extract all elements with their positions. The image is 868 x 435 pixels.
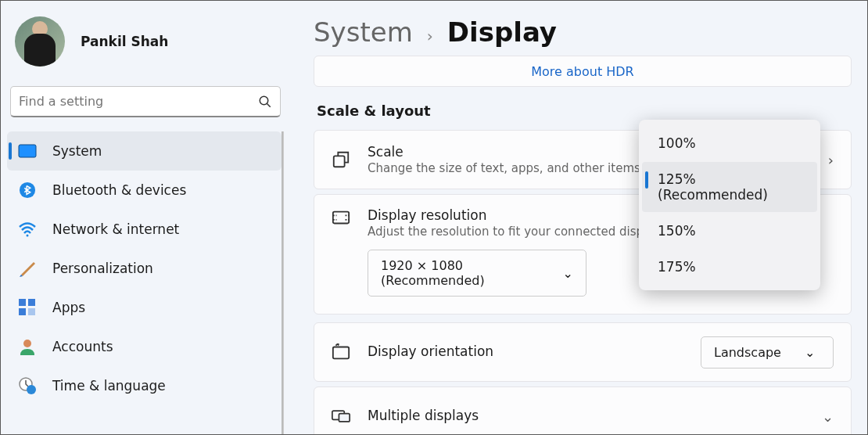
search-input[interactable]	[10, 86, 281, 117]
svg-rect-2	[19, 145, 36, 157]
scale-dropdown: 100% 125% (Recommended) 150% 175%	[639, 120, 820, 290]
person-icon	[18, 337, 37, 356]
user-block[interactable]: Pankil Shah	[7, 13, 284, 86]
nav-label: Personalization	[52, 261, 153, 276]
sidebar-item-apps[interactable]: Apps	[7, 288, 282, 327]
svg-rect-8	[28, 308, 35, 315]
orientation-select[interactable]: Landscape ⌄	[701, 336, 834, 368]
breadcrumb-parent[interactable]: System	[314, 16, 413, 48]
brush-icon	[18, 259, 37, 278]
sidebar: Pankil Shah System Bluetooth & de	[1, 1, 290, 434]
setting-multiple-displays[interactable]: Multiple displays ⌄	[314, 386, 852, 435]
nav-label: Accounts	[52, 339, 113, 354]
user-name: Pankil Shah	[81, 34, 168, 49]
chevron-down-icon: ⌄	[805, 345, 815, 360]
svg-point-4	[27, 235, 29, 237]
hdr-card[interactable]: More about HDR	[314, 56, 852, 87]
setting-title: Display orientation	[368, 343, 683, 359]
svg-point-9	[23, 340, 31, 347]
setting-title: Multiple displays	[368, 408, 805, 423]
dropdown-option[interactable]: 175%	[642, 250, 817, 284]
svg-rect-16	[339, 414, 350, 422]
main-content: System › Display More about HDR Scale & …	[290, 1, 867, 434]
orientation-icon	[332, 343, 350, 361]
nav-label: Time & language	[52, 378, 166, 394]
chevron-right-icon[interactable]: ›	[828, 152, 834, 168]
sidebar-item-time-language[interactable]: Time & language	[7, 366, 282, 405]
search-icon	[258, 95, 272, 109]
resolution-icon	[332, 207, 350, 226]
avatar	[15, 16, 65, 67]
chevron-down-icon[interactable]: ⌄	[822, 408, 834, 425]
sidebar-item-accounts[interactable]: Accounts	[7, 327, 282, 366]
svg-line-1	[267, 103, 271, 107]
apps-icon	[18, 298, 37, 317]
system-icon	[18, 142, 37, 160]
dropdown-option[interactable]: 100%	[642, 126, 817, 160]
scale-icon	[332, 150, 350, 169]
nav-label: Bluetooth & devices	[52, 182, 186, 198]
nav-label: System	[52, 143, 102, 159]
breadcrumb: System › Display	[314, 16, 852, 48]
bluetooth-icon	[18, 181, 37, 200]
clock-globe-icon	[18, 376, 37, 395]
search-field[interactable]	[19, 94, 258, 109]
wifi-icon	[18, 220, 37, 239]
hdr-link[interactable]: More about HDR	[531, 64, 633, 79]
svg-rect-5	[19, 299, 26, 306]
setting-orientation: Display orientation Landscape ⌄	[314, 322, 852, 382]
sidebar-item-personalization[interactable]: Personalization	[7, 249, 282, 288]
select-value: Landscape	[714, 345, 781, 360]
sidebar-item-bluetooth[interactable]: Bluetooth & devices	[7, 171, 282, 210]
section-title: Scale & layout	[317, 102, 852, 119]
svg-rect-14	[333, 347, 349, 359]
nav-label: Network & internet	[52, 221, 179, 237]
svg-point-11	[27, 385, 36, 394]
svg-rect-13	[333, 212, 349, 224]
sidebar-item-system[interactable]: System	[7, 131, 282, 171]
chevron-down-icon: ⌄	[563, 266, 573, 281]
nav-list: System Bluetooth & devices Network & int…	[7, 131, 284, 434]
dropdown-option[interactable]: 125% (Recommended)	[642, 162, 817, 212]
chevron-right-icon: ›	[427, 27, 433, 45]
dropdown-option[interactable]: 150%	[642, 214, 817, 248]
sidebar-item-network[interactable]: Network & internet	[7, 210, 282, 249]
page-title: Display	[447, 16, 557, 48]
svg-point-0	[260, 96, 268, 105]
svg-rect-6	[28, 299, 35, 306]
svg-rect-12	[334, 156, 345, 167]
select-value: 1920 × 1080 (Recommended)	[381, 258, 540, 288]
svg-rect-7	[19, 308, 26, 315]
resolution-select[interactable]: 1920 × 1080 (Recommended) ⌄	[368, 250, 586, 297]
nav-label: Apps	[52, 300, 85, 315]
multiple-displays-icon	[332, 407, 350, 426]
